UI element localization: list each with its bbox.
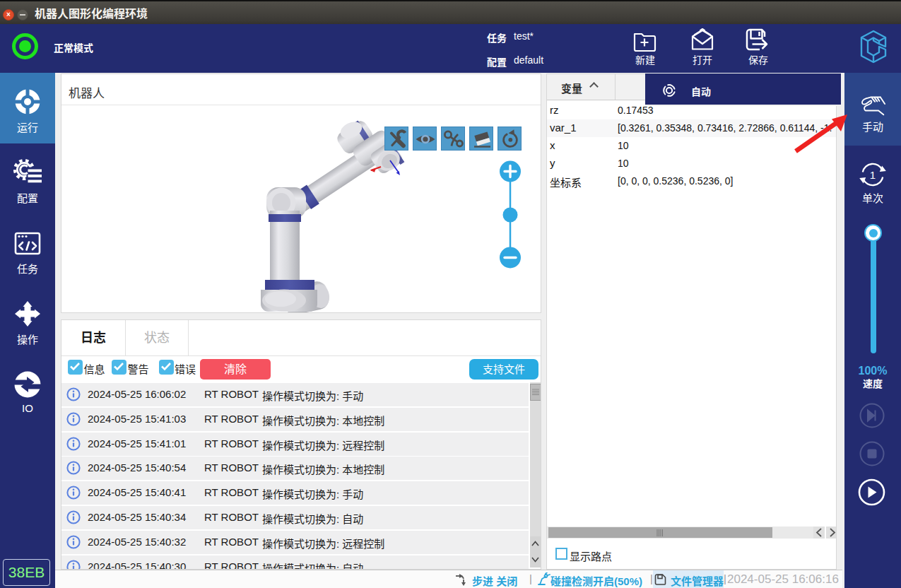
svg-text:1: 1: [870, 169, 876, 181]
